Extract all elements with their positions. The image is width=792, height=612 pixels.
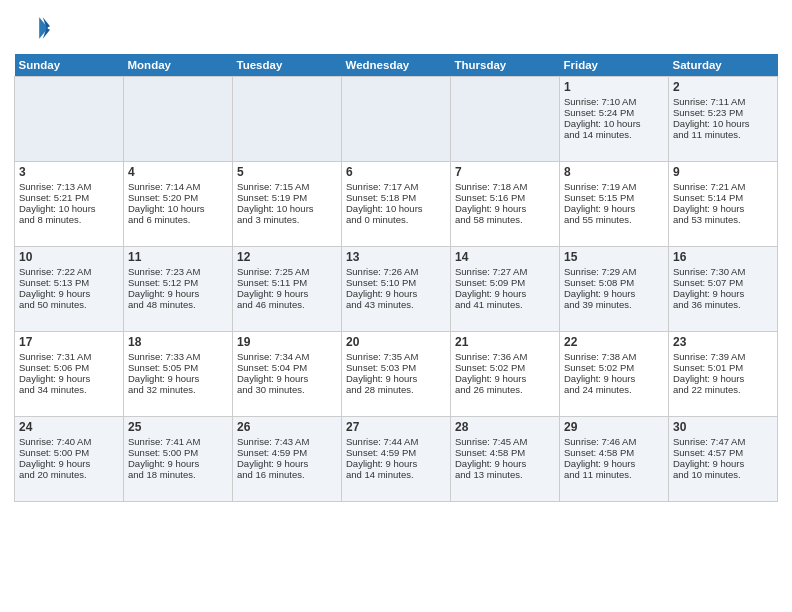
- day-info: Sunset: 5:04 PM: [237, 362, 337, 373]
- day-info: and 32 minutes.: [128, 384, 228, 395]
- day-number: 8: [564, 165, 664, 179]
- day-number: 10: [19, 250, 119, 264]
- day-number: 19: [237, 335, 337, 349]
- weekday-sunday: Sunday: [15, 54, 124, 77]
- day-info: and 28 minutes.: [346, 384, 446, 395]
- day-info: Sunset: 5:19 PM: [237, 192, 337, 203]
- day-number: 16: [673, 250, 773, 264]
- day-info: Sunset: 5:10 PM: [346, 277, 446, 288]
- day-info: Daylight: 9 hours: [19, 288, 119, 299]
- day-info: and 20 minutes.: [19, 469, 119, 480]
- calendar-cell: 22Sunrise: 7:38 AMSunset: 5:02 PMDayligh…: [560, 332, 669, 417]
- day-info: Sunrise: 7:19 AM: [564, 181, 664, 192]
- day-info: and 36 minutes.: [673, 299, 773, 310]
- day-info: and 26 minutes.: [455, 384, 555, 395]
- day-info: Sunset: 5:21 PM: [19, 192, 119, 203]
- calendar-cell: [124, 77, 233, 162]
- day-info: Sunset: 4:59 PM: [237, 447, 337, 458]
- day-info: Sunset: 5:20 PM: [128, 192, 228, 203]
- day-info: Sunset: 5:08 PM: [564, 277, 664, 288]
- calendar-cell: 30Sunrise: 7:47 AMSunset: 4:57 PMDayligh…: [669, 417, 778, 502]
- calendar-cell: 13Sunrise: 7:26 AMSunset: 5:10 PMDayligh…: [342, 247, 451, 332]
- day-info: Sunset: 5:24 PM: [564, 107, 664, 118]
- day-info: Daylight: 9 hours: [237, 458, 337, 469]
- day-info: Sunrise: 7:21 AM: [673, 181, 773, 192]
- day-info: Sunset: 5:06 PM: [19, 362, 119, 373]
- day-info: Daylight: 9 hours: [237, 288, 337, 299]
- day-info: Sunset: 5:02 PM: [455, 362, 555, 373]
- day-number: 14: [455, 250, 555, 264]
- calendar-cell: 20Sunrise: 7:35 AMSunset: 5:03 PMDayligh…: [342, 332, 451, 417]
- day-info: Daylight: 9 hours: [455, 288, 555, 299]
- day-info: Sunrise: 7:22 AM: [19, 266, 119, 277]
- day-info: and 13 minutes.: [455, 469, 555, 480]
- day-info: and 50 minutes.: [19, 299, 119, 310]
- day-info: and 41 minutes.: [455, 299, 555, 310]
- week-row-1: 3Sunrise: 7:13 AMSunset: 5:21 PMDaylight…: [15, 162, 778, 247]
- day-info: Sunset: 5:23 PM: [673, 107, 773, 118]
- day-info: Daylight: 9 hours: [237, 373, 337, 384]
- day-number: 4: [128, 165, 228, 179]
- day-info: Sunrise: 7:23 AM: [128, 266, 228, 277]
- day-info: Daylight: 9 hours: [673, 288, 773, 299]
- day-info: Daylight: 9 hours: [455, 458, 555, 469]
- calendar-cell: [342, 77, 451, 162]
- day-info: Sunrise: 7:33 AM: [128, 351, 228, 362]
- weekday-tuesday: Tuesday: [233, 54, 342, 77]
- day-info: Sunset: 5:16 PM: [455, 192, 555, 203]
- day-info: Sunset: 5:07 PM: [673, 277, 773, 288]
- calendar-cell: 21Sunrise: 7:36 AMSunset: 5:02 PMDayligh…: [451, 332, 560, 417]
- day-info: Sunrise: 7:18 AM: [455, 181, 555, 192]
- day-info: Sunset: 5:13 PM: [19, 277, 119, 288]
- day-info: Sunset: 5:02 PM: [564, 362, 664, 373]
- calendar-cell: 27Sunrise: 7:44 AMSunset: 4:59 PMDayligh…: [342, 417, 451, 502]
- day-info: Sunrise: 7:46 AM: [564, 436, 664, 447]
- day-info: Daylight: 9 hours: [19, 373, 119, 384]
- calendar-cell: [233, 77, 342, 162]
- day-number: 23: [673, 335, 773, 349]
- day-info: Sunset: 4:58 PM: [455, 447, 555, 458]
- day-info: and 24 minutes.: [564, 384, 664, 395]
- day-info: Sunrise: 7:34 AM: [237, 351, 337, 362]
- day-info: Daylight: 9 hours: [346, 373, 446, 384]
- day-number: 2: [673, 80, 773, 94]
- day-number: 25: [128, 420, 228, 434]
- day-number: 20: [346, 335, 446, 349]
- calendar-body: 1Sunrise: 7:10 AMSunset: 5:24 PMDaylight…: [15, 77, 778, 502]
- day-info: Sunset: 5:14 PM: [673, 192, 773, 203]
- day-info: Sunrise: 7:45 AM: [455, 436, 555, 447]
- calendar-cell: 4Sunrise: 7:14 AMSunset: 5:20 PMDaylight…: [124, 162, 233, 247]
- day-info: and 11 minutes.: [673, 129, 773, 140]
- day-info: Daylight: 10 hours: [128, 203, 228, 214]
- day-info: Sunrise: 7:39 AM: [673, 351, 773, 362]
- day-info: and 14 minutes.: [346, 469, 446, 480]
- day-info: Daylight: 9 hours: [128, 288, 228, 299]
- calendar-cell: 7Sunrise: 7:18 AMSunset: 5:16 PMDaylight…: [451, 162, 560, 247]
- day-info: and 16 minutes.: [237, 469, 337, 480]
- day-info: Daylight: 10 hours: [564, 118, 664, 129]
- day-info: Sunrise: 7:47 AM: [673, 436, 773, 447]
- day-info: Daylight: 10 hours: [19, 203, 119, 214]
- day-number: 3: [19, 165, 119, 179]
- calendar-cell: [15, 77, 124, 162]
- day-info: Sunrise: 7:40 AM: [19, 436, 119, 447]
- day-info: and 3 minutes.: [237, 214, 337, 225]
- day-info: Sunrise: 7:29 AM: [564, 266, 664, 277]
- calendar-cell: 15Sunrise: 7:29 AMSunset: 5:08 PMDayligh…: [560, 247, 669, 332]
- day-info: Sunset: 4:58 PM: [564, 447, 664, 458]
- day-info: Sunset: 5:11 PM: [237, 277, 337, 288]
- day-info: Sunset: 5:15 PM: [564, 192, 664, 203]
- calendar-cell: 24Sunrise: 7:40 AMSunset: 5:00 PMDayligh…: [15, 417, 124, 502]
- day-info: Sunrise: 7:10 AM: [564, 96, 664, 107]
- calendar-cell: 18Sunrise: 7:33 AMSunset: 5:05 PMDayligh…: [124, 332, 233, 417]
- day-info: and 46 minutes.: [237, 299, 337, 310]
- calendar-cell: 25Sunrise: 7:41 AMSunset: 5:00 PMDayligh…: [124, 417, 233, 502]
- calendar-table: SundayMondayTuesdayWednesdayThursdayFrid…: [14, 54, 778, 502]
- day-info: Sunrise: 7:25 AM: [237, 266, 337, 277]
- day-info: Sunrise: 7:11 AM: [673, 96, 773, 107]
- day-info: and 58 minutes.: [455, 214, 555, 225]
- day-number: 13: [346, 250, 446, 264]
- day-number: 26: [237, 420, 337, 434]
- day-number: 7: [455, 165, 555, 179]
- day-info: Daylight: 9 hours: [564, 373, 664, 384]
